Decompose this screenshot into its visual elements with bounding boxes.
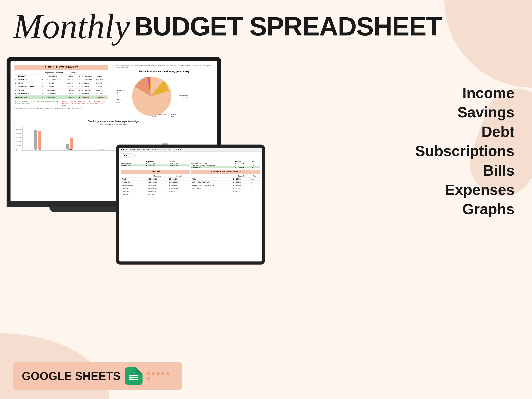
tablet-content: March ▾ Expected Actual Tota	[119, 152, 262, 198]
income-row-label: OTHER 2	[121, 190, 147, 193]
bar-expected	[34, 130, 37, 149]
income-header-row: Expected Actual	[121, 175, 190, 177]
income-row-act: $ 10,000.00	[168, 187, 190, 190]
row-exp-val: 200.00	[47, 82, 67, 85]
savings-section-header: 2. SAVINGS AND INVESTMENTS	[191, 170, 260, 174]
sr-amount-left-actual: 8,..	[252, 166, 260, 168]
savings-row-budget: $ 137.00	[232, 187, 250, 190]
table-row: 1. INCOME $ 23,600.00 100% $ 22,600.00 1…	[14, 75, 108, 78]
income-row-exp: $ 10,000.00	[147, 187, 168, 190]
svg-rect-3	[129, 375, 132, 380]
savings-row-act	[250, 190, 260, 193]
sr-previous-budget: $ 23,600.00	[235, 163, 252, 165]
row-exp-val: 6,900.00	[47, 89, 67, 92]
note-right: Oops! You went over your income. You nee…	[62, 100, 108, 106]
row-act-val: 504.00	[82, 92, 95, 95]
feature-expenses: Expenses	[415, 180, 514, 199]
it-exp: $ 23,600.00	[147, 177, 168, 181]
row-exp-val: 3,700.00	[47, 92, 67, 95]
empty-cell	[121, 160, 146, 163]
savings-row-act: 72..	[250, 187, 260, 190]
legend-expected-label: Expected / Budget	[104, 124, 118, 126]
sections-row: 1. INCOME Expected Actual Total$ 23,600	[121, 170, 260, 196]
st-label: Total	[191, 177, 232, 181]
row-label: 6. EXPENSES	[14, 92, 41, 95]
savings-data-row: INVESTMENT ACCOUNT 1$ 1,000.00	[191, 184, 260, 187]
dot	[152, 372, 155, 375]
sr-previous-row: Previous amount left $ 23,600.00 22,..	[191, 163, 260, 165]
features-list: Income Savings Debt Subscriptions Bills …	[415, 83, 514, 219]
income-row-exp: $ 2,500.00	[147, 184, 168, 187]
al-act-pct: 100.46%	[95, 95, 108, 99]
actual-header: Actual	[170, 160, 190, 163]
google-sheets-icon	[125, 366, 143, 386]
legend-expected-swatch	[100, 124, 102, 125]
y-15k: $15,000	[16, 137, 21, 138]
bar-category-label: 1. INCOME	[33, 149, 41, 151]
amount-left-exp: $ 23,600.00	[146, 165, 170, 166]
row-exp-pct: 26.43%	[67, 78, 78, 82]
row-act-pct: 2.23%	[95, 92, 108, 95]
table-header-row: Expected Actual	[121, 160, 190, 163]
amount-left-act: 22,600.00	[170, 165, 190, 166]
row-exp-symbol: $	[41, 92, 47, 95]
bar-category-label: 2. SAVINGS	[65, 149, 74, 151]
header-monthly: Monthly	[13, 9, 130, 44]
savings-header-row: Budget Act...	[191, 175, 260, 177]
savings-data-row: $ 100.00	[191, 190, 260, 193]
note-left: Hey! You still have some money left, how…	[14, 100, 60, 106]
sr-previous-label: Previous amount left	[191, 163, 235, 165]
row-exp-pct: 3.23%	[67, 85, 78, 89]
bar-category-label: 3. DEBT	[98, 149, 104, 151]
savings-col-budget: Budget	[232, 175, 250, 177]
sr-budget-header: Budget	[235, 160, 252, 163]
feature-bills: Bills	[415, 161, 514, 180]
feature-graphs: Graphs	[415, 199, 514, 219]
expected-header: Expected	[146, 160, 170, 163]
decorative-dots	[147, 372, 173, 380]
row-exp-symbol: $	[41, 75, 47, 78]
income-col-actual: Actual	[168, 175, 190, 177]
row-act-symbol: $	[78, 85, 82, 89]
row-act-pct: 100%	[95, 75, 108, 78]
toolbar-size: 10 ▾	[164, 148, 167, 151]
sr-amount-left-label: Amount left	[191, 166, 235, 168]
header-budget-spreadsheet: BUDGET SPREADSHEET	[134, 13, 442, 39]
dot	[147, 377, 150, 380]
row-exp-val: 23,600.00	[47, 75, 67, 78]
savings-row-budget: $ 1,000.00	[232, 184, 250, 187]
savings-col-label	[191, 175, 232, 177]
savings-data-row: SAVINGS 2$ 137.0072..	[191, 187, 260, 190]
income-total-row: Total$ 23,600.0022,600.00	[121, 177, 190, 181]
month-selector[interactable]: March	[121, 153, 133, 158]
income-col-label	[121, 175, 147, 177]
row-act-val: 863.00	[82, 85, 95, 89]
row-exp-symbol: $	[41, 85, 47, 89]
col-label	[14, 71, 41, 75]
sr-savings-actual: 14,..	[252, 165, 260, 166]
cash-flow-left: A. CASH FLOW SUMMARY Expected / Budget A…	[13, 63, 110, 111]
sr-savings-budget: 6,237.00	[235, 165, 252, 166]
income-data-row: OTHER 3$ 100.00	[121, 193, 190, 196]
sr-actual-header: Act...	[252, 160, 260, 163]
pie-labels-right: 2. SAVINGS63.0%	[172, 94, 188, 99]
income-data-row: OTHER 1$ 10,000.00$ 10,000.00	[121, 187, 190, 190]
row-act-val: 200.00	[82, 82, 95, 85]
income-row-act: $ 2,500.00	[168, 184, 190, 187]
row-label: 4. SUBSCRIPTIONS	[14, 85, 41, 89]
savings-table: Budget Act... Total$ 6,237.0014,..SAVING…	[191, 175, 260, 193]
tablet-inner: ◀ ▶ 🖨 100% ▾ $ % .0 .00 123▾ Default (Ar…	[119, 148, 262, 261]
al-act-val: -104.00	[82, 95, 95, 99]
toolbar-bold: B I U A	[169, 148, 175, 151]
google-sheets-badge: GOOGLE SHEETS	[13, 362, 182, 390]
sr-savings-row: Total Savings and Investments 6,237.00 1…	[191, 165, 260, 166]
st-budget: $ 6,237.00	[232, 177, 250, 181]
cash-flow-title: A. CASH FLOW SUMMARY	[14, 65, 108, 70]
month-selector-row: March ▾	[121, 153, 260, 159]
income-row-act: $ 100.00	[168, 190, 190, 193]
toolbar-align: ≡ ⊞ ≡	[176, 148, 181, 151]
row-exp-pct: 15.68%	[67, 92, 78, 95]
y-5k: $5,000	[16, 145, 21, 146]
tablet-toolbar: ◀ ▶ 🖨 100% ▾ $ % .0 .00 123▾ Default (Ar…	[119, 148, 262, 152]
al-act-sym: $	[78, 95, 82, 99]
